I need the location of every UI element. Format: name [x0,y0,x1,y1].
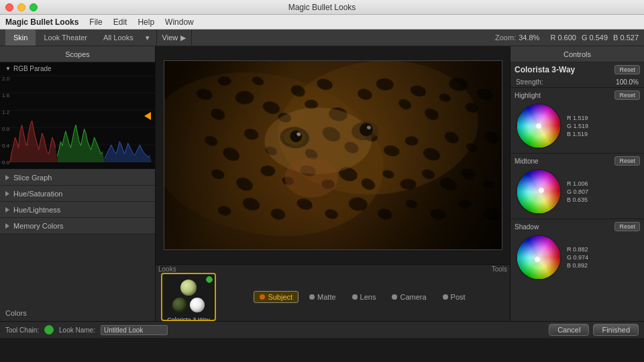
highlight-section: Highlight Reset R 1.519 G 1.519 B 1.519 [511,87,644,153]
tab-skin[interactable]: Skin [5,29,36,46]
b-value: B 0.527 [613,34,639,42]
main-reset-button[interactable]: Reset [614,65,640,74]
menu-file[interactable]: File [89,17,102,27]
center-area: Looks Tools Co [156,46,510,321]
close-button[interactable] [5,3,13,11]
midtone-r: R 1.006 [567,180,588,187]
scope-scale: 2.0 1.6 1.2 0.8 0.4 0.0 [2,76,9,166]
highlight-rgb-values: R 1.519 G 1.519 B 1.519 [567,115,588,137]
tab-lens[interactable]: Lens [347,292,382,302]
tool-card-label: Colorista 3-Way [167,315,210,321]
left-panel: Scopes ▼ RGB Parade 2.0 1.6 1.2 0.8 0.4 … [0,46,156,321]
highlight-label: Highlight [515,92,541,99]
chevron-right-icon [5,191,9,196]
tool-chain-label: Tool Chain: [5,326,39,334]
shadow-section: Shadow Reset R 0.882 G 0.974 B 0.892 [511,219,644,284]
bottom-balls [172,298,205,312]
menu-edit[interactable]: Edit [113,17,127,27]
midtone-label: Midtone [515,158,539,165]
tool-cards-row: Colorista 3-Way Subject Matte Lens [156,273,510,321]
tool-strip-container: Looks Tools Co [156,264,510,321]
shadow-ball [172,298,187,312]
colorista-3way-card[interactable]: Colorista 3-Way [161,273,216,321]
scope-chevron-icon: ▼ [5,66,11,72]
scopes-header: Scopes [0,46,155,62]
strength-value: 100.0% [616,78,639,86]
lens-dot [352,294,358,300]
cancel-button[interactable]: Cancel [549,324,589,336]
tool-chain-bar: Tool Chain: Look Name: Cancel Finished [0,321,644,338]
strip-labels: Looks Tools [156,265,510,273]
highlight-wheel-row: R 1.519 G 1.519 B 1.519 [515,102,640,150]
hue-saturation-item[interactable]: Hue/Saturation [0,186,155,202]
right-panel: Controls Colorista 3-Way Reset Strength:… [510,46,644,321]
slice-graph-item[interactable]: Slice Graph [0,170,155,186]
memory-colors-item[interactable]: Memory Colors [0,218,155,234]
menu-help[interactable]: Help [138,17,154,27]
view-section: View ▶ [157,29,193,46]
scope-label: ▼ RGB Parade [5,65,52,72]
colors-section: Colors [0,234,155,321]
shadow-label: Shadow [515,223,539,231]
midtone-color-wheel[interactable] [515,168,563,216]
shadow-reset-button[interactable]: Reset [614,222,640,231]
minimize-button[interactable] [17,3,25,11]
highlight-r: R 1.519 [567,115,588,121]
shadow-wheel-canvas[interactable] [515,233,563,282]
midtone-wheel-row: R 1.006 G 0.807 B 0.635 [515,168,640,216]
main-content: Scopes ▼ RGB Parade 2.0 1.6 1.2 0.8 0.4 … [0,46,644,321]
tab-camera[interactable]: Camera [386,292,431,302]
midtone-reset-button[interactable]: Reset [614,156,640,166]
tab-all-looks[interactable]: All Looks [95,29,142,46]
look-name-input[interactable] [101,325,168,335]
plugin-title: Colorista 3-Way [515,65,575,74]
tool-chain-power-button[interactable] [44,325,54,335]
dropdown-icon: ▼ [144,34,151,42]
highlight-g: G 1.519 [567,123,588,129]
highlight-b: B 1.519 [567,131,588,137]
hue-lightness-item[interactable]: Hue/Lightness [0,202,155,218]
menu-window[interactable]: Window [165,17,194,27]
looks-label: Looks [158,265,176,273]
midtone-rgb-values: R 1.006 G 0.807 B 0.635 [567,180,588,203]
post-dot [443,294,448,300]
window-title: Magic Bullet Looks [288,3,356,12]
traffic-lights [5,3,38,11]
zoom-section: Zoom: 34.8% [490,34,545,42]
midtone-g: G 0.807 [567,188,588,195]
matte-dot [309,294,315,300]
finished-button[interactable]: Finished [593,324,639,336]
scope-display: ▼ RGB Parade 2.0 1.6 1.2 0.8 0.4 0.0 [0,62,155,170]
preview-frame [164,60,502,250]
zoom-value: 34.8% [519,34,539,42]
shadow-color-wheel[interactable] [515,233,563,282]
power-indicator [206,276,213,283]
camera-dot [392,294,397,300]
maximize-button[interactable] [30,3,38,11]
shadow-rgb-values: R 0.882 G 0.974 B 0.892 [567,246,588,269]
subject-dot [260,294,265,300]
tab-strip: Subject Matte Lens Camera [220,291,504,303]
tab-matte[interactable]: Matte [304,292,341,302]
shadow-wheel-row: R 0.882 G 0.974 B 0.892 [515,233,640,282]
highlight-color-wheel[interactable] [515,102,563,150]
tab-look-theater[interactable]: Look Theater [36,29,95,46]
app-name: Magic Bullet Looks [5,17,78,27]
top-toolbar: Skin Look Theater All Looks ▼ View ▶ Zoo… [0,29,644,46]
view-label[interactable]: View [162,34,178,42]
highlight-wheel-canvas[interactable] [515,102,563,150]
rgb-parade-canvas [0,62,155,169]
midtone-wheel-canvas[interactable] [515,168,563,216]
chevron-right-icon [5,175,9,180]
scope-marker [144,112,151,120]
highlight-reset-button[interactable]: Reset [614,90,640,100]
strength-row: Strength: 100.0% [511,77,644,87]
bottom-right-buttons: Cancel Finished [549,324,639,336]
tab-post[interactable]: Post [437,292,471,302]
menu-bar: Magic Bullet Looks File Edit Help Window [0,15,644,29]
preview-canvas [164,61,502,249]
g-value: G 0.549 [582,34,608,42]
highlight-header: Highlight Reset [515,90,640,100]
rgb-section: R 0.600 G 0.549 B 0.527 [545,34,644,42]
tab-subject[interactable]: Subject [254,291,299,303]
